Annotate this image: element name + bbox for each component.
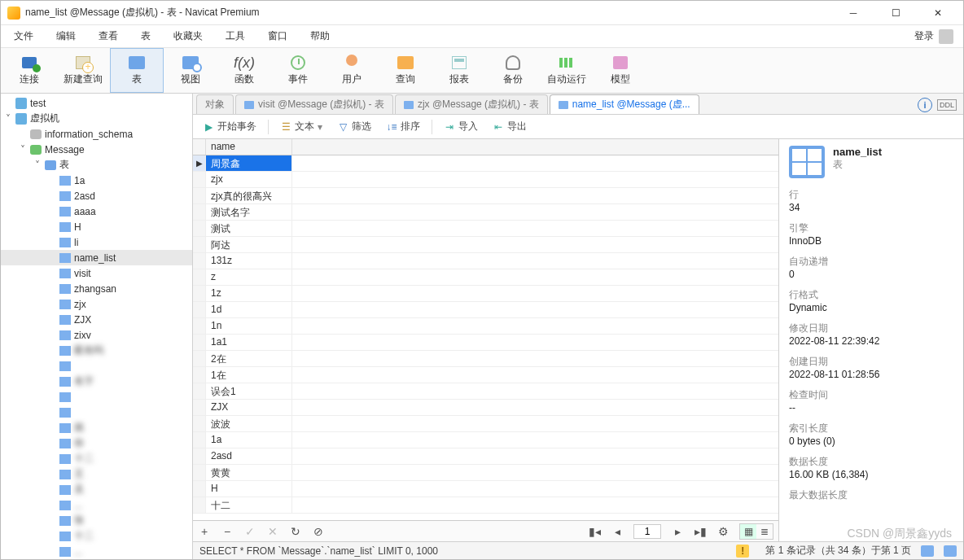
table-row[interactable]: 1z [193, 286, 778, 302]
tree-conn-test[interactable]: test [1, 95, 192, 111]
table-row[interactable]: 1d [193, 302, 778, 318]
tree-table-ZJX[interactable]: ZJX [1, 312, 192, 327]
cell-name[interactable]: ZJX [206, 400, 292, 415]
tree-table-H[interactable]: H [1, 219, 192, 234]
cancel-edit-button[interactable]: ✕ [266, 525, 279, 538]
settings-button[interactable]: ⚙ [716, 525, 730, 538]
menu-tools[interactable]: 工具 [216, 26, 255, 46]
prev-page-button[interactable]: ◂ [611, 525, 624, 538]
table-row[interactable]: 黄黄 [193, 465, 778, 481]
tree-table-blurred[interactable]: 十二 [1, 528, 192, 544]
cell-name[interactable]: 误会1 [206, 383, 292, 399]
ddl-button[interactable]: DDL [937, 99, 957, 111]
cell-name[interactable]: 1a1 [206, 335, 292, 350]
column-header-name[interactable]: name [206, 139, 292, 155]
tree-table-zhangsan[interactable]: zhangsan [1, 281, 192, 296]
stop-button[interactable]: ⊘ [312, 525, 325, 538]
login-button[interactable]: 登录 [908, 29, 960, 44]
status-grid-icon[interactable] [921, 545, 934, 557]
table-row[interactable]: zjx [193, 172, 778, 188]
tab-1[interactable]: visit @Message (虚拟机) - 表 [235, 94, 393, 114]
tree-table-blurred[interactable]: 名字 [1, 374, 192, 389]
table-row[interactable]: ZJX [193, 400, 778, 416]
table-row[interactable]: 阿达 [193, 237, 778, 253]
cell-name[interactable]: zjx [206, 172, 292, 187]
grid-view-icon[interactable]: ▦ [740, 524, 756, 539]
tree-table-blurred[interactable]: 匿名吗 [1, 343, 192, 358]
close-button[interactable]: ✕ [919, 1, 957, 25]
tree-table-blurred[interactable] [1, 358, 192, 374]
tab-3[interactable]: name_list @Message (虚... [550, 94, 699, 114]
expand-icon[interactable]: ˅ [19, 144, 27, 155]
minimize-button[interactable]: ─ [835, 1, 872, 25]
menu-window[interactable]: 窗口 [258, 26, 297, 46]
data-grid[interactable]: name ▶周景鑫zjxzjx真的很高兴测试名字测试阿达131zz1z1d1n1… [193, 139, 779, 541]
tree-table-blurred[interactable]: 就 [1, 420, 192, 435]
cell-name[interactable]: 测试名字 [206, 204, 292, 220]
table-row[interactable]: ▶周景鑫 [193, 155, 778, 172]
toolbar-backup-button[interactable]: 备份 [486, 48, 540, 93]
menu-edit[interactable]: 编辑 [46, 26, 85, 46]
table-row[interactable]: H [193, 481, 778, 497]
table-row[interactable]: 2在 [193, 351, 778, 367]
tab-0[interactable]: 对象 [196, 94, 234, 114]
toolbar-model-button[interactable]: 模型 [594, 48, 647, 93]
connection-tree[interactable]: test˅虚拟机information_schema˅Message˅表1a2a… [1, 94, 193, 559]
status-form-icon[interactable] [944, 545, 957, 557]
toolbar-table-button[interactable]: 表 [110, 48, 164, 93]
next-page-button[interactable]: ▸ [671, 525, 684, 538]
toolbar-auto-button[interactable]: 自动运行 [540, 48, 594, 93]
menu-table[interactable]: 表 [131, 26, 160, 46]
view-toggle[interactable]: ▦ ≣ [739, 523, 773, 540]
tree-table-blurred[interactable]: ... [1, 544, 192, 559]
toolbar-function-button[interactable]: f(x)函数 [217, 48, 271, 93]
tree-table-blurred[interactable]: ... [1, 497, 192, 513]
table-row[interactable]: 1n [193, 318, 778, 335]
cell-name[interactable]: 十二 [206, 497, 292, 513]
toolbar-user-button[interactable]: 用户 [325, 48, 379, 93]
cell-name[interactable]: 波波 [206, 416, 292, 431]
tree-table-blurred[interactable]: 吴 [1, 482, 192, 497]
tree-db-info[interactable]: information_schema [1, 126, 192, 142]
table-row[interactable]: 测试名字 [193, 204, 778, 221]
cell-name[interactable]: 131z [206, 253, 292, 269]
table-row[interactable]: 2asd [193, 448, 778, 465]
first-page-button[interactable]: ▮◂ [588, 525, 601, 538]
tree-table-zjx[interactable]: zjx [1, 296, 192, 312]
maximize-button[interactable]: ☐ [877, 1, 914, 25]
table-row[interactable]: 十二 [193, 497, 778, 514]
menu-view[interactable]: 查看 [89, 26, 128, 46]
filter-button[interactable]: ▽筛选 [334, 118, 375, 135]
begin-transaction-button[interactable]: ▶开始事务 [199, 118, 260, 135]
table-row[interactable]: 1a1 [193, 335, 778, 351]
table-row[interactable]: 波波 [193, 416, 778, 432]
tree-table-blurred[interactable]: 你 [1, 435, 192, 451]
import-button[interactable]: ⇥导入 [440, 118, 481, 135]
cell-name[interactable]: 1a [206, 432, 292, 448]
toolbar-connect-button[interactable]: 连接 [2, 48, 56, 93]
tree-table-visit[interactable]: visit [1, 265, 192, 281]
tree-table-blurred[interactable] [1, 405, 192, 420]
tree-tables-folder[interactable]: ˅表 [1, 157, 192, 173]
tab-2[interactable]: zjx @Message (虚拟机) - 表 [395, 94, 548, 114]
expand-icon[interactable]: ˅ [4, 113, 12, 125]
cell-name[interactable]: 1n [206, 318, 292, 334]
toolbar-newquery-button[interactable]: 新建查询 [56, 48, 110, 93]
sort-button[interactable]: ↓≡排序 [383, 118, 423, 135]
cell-name[interactable]: 1z [206, 286, 292, 301]
tree-table-blurred[interactable]: 十二 [1, 451, 192, 466]
tree-table-li[interactable]: li [1, 234, 192, 250]
table-row[interactable]: 1a [193, 432, 778, 448]
tree-table-zixv[interactable]: zixv [1, 327, 192, 343]
table-row[interactable]: 测试 [193, 221, 778, 237]
info-button[interactable]: i [918, 98, 932, 112]
export-button[interactable]: ⇤导出 [489, 118, 530, 135]
cell-name[interactable]: zjx真的很高兴 [206, 188, 292, 203]
cell-name[interactable]: 2在 [206, 351, 292, 366]
tree-conn-vm[interactable]: ˅虚拟机 [1, 111, 192, 126]
table-row[interactable]: 1在 [193, 367, 778, 383]
tree-table-blurred[interactable]: 张 [1, 513, 192, 528]
form-view-icon[interactable]: ≣ [756, 524, 773, 539]
tree-db-message[interactable]: ˅Message [1, 142, 192, 157]
expand-icon[interactable]: ˅ [33, 160, 42, 171]
